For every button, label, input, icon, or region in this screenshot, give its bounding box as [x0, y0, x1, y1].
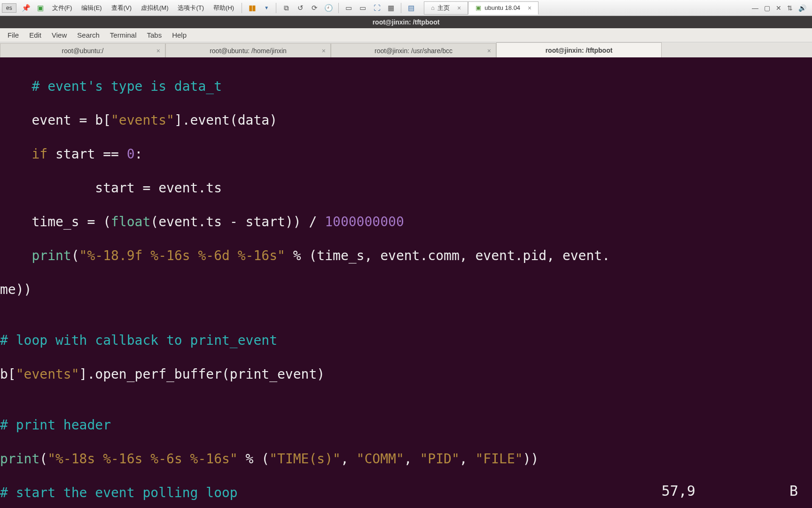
menu-tabs[interactable]: Tabs: [142, 29, 167, 41]
dropdown-icon[interactable]: ▼: [260, 2, 272, 14]
close-icon[interactable]: ×: [457, 4, 461, 12]
unity-icon[interactable]: ▭: [343, 2, 355, 14]
tab-label: root@jinxin: /tftpboot: [546, 47, 613, 54]
close-icon[interactable]: ×: [156, 47, 160, 55]
minimize-icon[interactable]: —: [752, 4, 758, 12]
title-text: root@jinxin: /tftpboot: [373, 18, 440, 26]
net-icon: ⇅: [787, 4, 793, 12]
menu-view[interactable]: View: [47, 29, 71, 41]
vim-status: 57,9 B: [662, 483, 798, 500]
terminal-tab[interactable]: root@jinxin: /usr/share/bcc ×: [331, 43, 496, 57]
menu-view[interactable]: 查看(V): [111, 4, 132, 12]
vm-tab-ubuntu[interactable]: ▣ ubuntu 18.04 ×: [468, 1, 539, 15]
menu-help[interactable]: Help: [167, 29, 191, 41]
console-icon[interactable]: ▦: [385, 2, 397, 14]
close-window-icon[interactable]: ✕: [776, 4, 781, 12]
vm-tab-label: ubuntu 18.04: [484, 4, 520, 11]
pin-icon[interactable]: 📌: [20, 2, 32, 14]
separator: [338, 3, 339, 13]
menu-file[interactable]: 文件(F): [52, 4, 72, 12]
window-controls: — ▢ ✕ ⇅ 🔊: [752, 4, 810, 12]
pause-button[interactable]: ▮▮: [246, 2, 258, 14]
vm-tab-label: 主页: [437, 4, 450, 12]
snapshot-icon[interactable]: ⧉: [280, 2, 292, 14]
tab-label: root@ubuntu:/: [62, 47, 104, 55]
menu-help[interactable]: 帮助(H): [213, 4, 234, 12]
tab-label: root@ubuntu: /home/jinxin: [210, 47, 287, 55]
menu-edit[interactable]: Edit: [24, 29, 46, 41]
left-stub: es: [2, 3, 16, 13]
tab-label: root@jinxin: /usr/share/bcc: [375, 47, 453, 55]
multiview-icon[interactable]: ▭: [357, 2, 369, 14]
home-icon: ⌂: [431, 4, 435, 11]
manage-icon[interactable]: ⟳: [308, 2, 320, 14]
separator: [242, 3, 242, 13]
fullscreen-icon[interactable]: ⛶: [371, 2, 383, 14]
menu-file[interactable]: File: [3, 29, 23, 41]
close-icon[interactable]: ×: [528, 4, 531, 12]
cursor-position: 57,9: [662, 483, 695, 500]
menu-terminal[interactable]: Terminal: [105, 29, 141, 41]
terminal-tab[interactable]: root@ubuntu:/ ×: [0, 43, 165, 57]
vm-tab-home[interactable]: ⌂ 主页 ×: [424, 1, 468, 15]
terminal-tab[interactable]: root@ubuntu: /home/jinxin ×: [165, 43, 331, 57]
clock-icon[interactable]: 🕘: [322, 2, 335, 14]
ubuntu-icon: ▣: [475, 5, 482, 11]
library-icon[interactable]: ▤: [405, 2, 417, 14]
separator: [276, 3, 276, 13]
menu-search[interactable]: Search: [72, 29, 104, 41]
vim-mode: B: [789, 483, 798, 500]
menu-edit[interactable]: 编辑(E): [81, 4, 102, 12]
maximize-icon[interactable]: ▢: [764, 4, 770, 12]
vol-icon: 🔊: [798, 4, 806, 12]
separator: [401, 3, 401, 13]
close-icon[interactable]: ×: [487, 47, 491, 55]
vm-tab-strip: ⌂ 主页 × ▣ ubuntu 18.04 ×: [424, 1, 539, 15]
editor-pane[interactable]: # event's type is data_t event = b["even…: [0, 57, 812, 508]
close-icon[interactable]: ×: [322, 47, 326, 55]
revert-icon[interactable]: ↺: [294, 2, 306, 14]
terminal-titlebar: root@jinxin: /tftpboot: [0, 16, 812, 28]
vm-logo-icon[interactable]: ▣: [34, 2, 47, 14]
terminal-tab-bar: root@ubuntu:/ × root@ubuntu: /home/jinxi…: [0, 42, 812, 57]
menu-vm[interactable]: 虚拟机(M): [141, 4, 169, 12]
terminal-menubar: File Edit View Search Terminal Tabs Help: [0, 28, 812, 42]
vmware-toolbar: es 📌 ▣ 文件(F) 编辑(E) 查看(V) 虚拟机(M) 选项卡(T) 帮…: [0, 0, 812, 16]
terminal-tab-active[interactable]: root@jinxin: /tftpboot: [496, 42, 662, 57]
menu-tabs[interactable]: 选项卡(T): [178, 4, 204, 12]
